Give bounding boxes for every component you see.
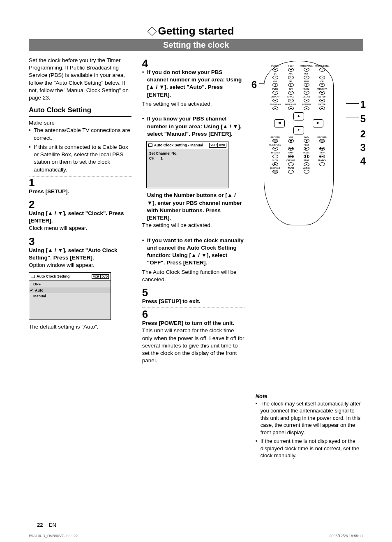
auto-clock-heading: Auto Clock Setting: [29, 106, 131, 117]
step4-b3-bold: If you want to set the clock manually an…: [147, 237, 244, 266]
stop-button[interactable]: ■: [304, 162, 309, 166]
menulist-button[interactable]: [288, 107, 294, 110]
banner-deco-right: [240, 28, 363, 35]
step4-bullet-3: If you want to set the clock manually an…: [142, 237, 245, 267]
step4-b3-text: The Auto Clock Setting function will be …: [142, 269, 245, 283]
step6-bold: Press [POWER] to turn off the unit.: [142, 320, 245, 327]
callout-line: [339, 133, 359, 133]
step4-bullet-1: If you do not know your PBS channel numb…: [142, 69, 245, 99]
setup-button[interactable]: [319, 99, 325, 102]
osd-tag-vcr: VCR: [209, 143, 218, 147]
page-footer: 22 EN: [37, 522, 56, 528]
search-button[interactable]: [319, 162, 325, 166]
remote-label: PLAY: [299, 144, 314, 146]
rew-button[interactable]: ◀◀: [288, 147, 294, 151]
column-2: 4 If you do not know your PBS channel nu…: [142, 57, 245, 461]
print-footer: E9A10UD_DVR90VG.indd 22 2005/12/26 18:55…: [29, 534, 363, 538]
step3-text: Option window will appear.: [29, 262, 131, 269]
power-button[interactable]: [272, 68, 278, 72]
note-item: If the current time is not displayed or …: [256, 438, 363, 459]
remote-label: CM SKIP: [283, 159, 298, 162]
return-button[interactable]: [304, 107, 309, 110]
remote-label: WXYZ: [299, 88, 314, 90]
zoom-button[interactable]: [288, 170, 294, 174]
osd-row-auto: Auto: [29, 287, 111, 293]
cmskip-button[interactable]: [288, 162, 294, 166]
osd-line2: CH 1: [149, 156, 226, 161]
num-4-button[interactable]: 4: [272, 83, 278, 87]
makesure-list: The antenna/Cable TV connections are cor…: [29, 127, 131, 173]
callout-6: 6: [251, 78, 257, 91]
osd-row-off: OFF: [29, 281, 111, 287]
num-0-button[interactable]: 0: [288, 99, 294, 102]
skip-fwd-button[interactable]: ▶▶|: [319, 155, 325, 158]
topmenu-button[interactable]: [272, 107, 278, 110]
num-5-button[interactable]: 5: [288, 83, 294, 87]
step4-list: If you want to set the clock manually an…: [142, 237, 245, 267]
osd-auto-clock: Auto Clock Setting VCR DVD OFF Auto Manu…: [29, 272, 111, 320]
banner-deco-left: [29, 28, 152, 35]
remote-label: MENU/LIST: [283, 103, 298, 106]
title-banner: Getting started: [29, 25, 363, 37]
callout-1: 1: [360, 98, 366, 111]
separator: [29, 198, 131, 198]
num-9-button[interactable]: 9: [304, 91, 309, 95]
osd-ch-value: 1: [161, 156, 163, 160]
audio-button[interactable]: [304, 170, 309, 174]
slow-button[interactable]: |▶: [272, 162, 278, 166]
remote-label: RETURN: [299, 103, 314, 106]
ch-down-button[interactable]: ▼: [319, 83, 325, 87]
display-button[interactable]: [272, 99, 278, 102]
clear-button[interactable]: [304, 99, 309, 102]
nav-left-button[interactable]: ◀: [274, 119, 285, 127]
remote-label: @!.: [267, 72, 282, 75]
recotr-dvd-button[interactable]: [319, 139, 325, 143]
videotv-button[interactable]: [319, 91, 325, 95]
ff-button[interactable]: ▶▶: [319, 147, 325, 151]
num-2-button[interactable]: 2: [288, 76, 294, 79]
dubbing-button[interactable]: [272, 170, 278, 174]
remote-label: MNO: [299, 80, 314, 83]
play-button[interactable]: ▶: [304, 147, 309, 151]
num-8-button[interactable]: 8: [288, 91, 294, 95]
step-number: 5: [142, 287, 245, 298]
num-1-button[interactable]: 1: [272, 76, 278, 79]
remote-label: PQRS: [267, 88, 282, 90]
speed-button[interactable]: [272, 155, 278, 158]
num-6-button[interactable]: 6: [304, 83, 309, 87]
osd-title-text: Auto Clock Setting - Manual: [154, 143, 203, 148]
nav-up-button[interactable]: ▲: [293, 112, 304, 120]
vcr-button[interactable]: [288, 139, 294, 143]
pause-button[interactable]: ❚❚: [304, 155, 309, 158]
makesure-item: The antenna/Cable TV connections are cor…: [29, 127, 131, 141]
num-3-button[interactable]: 3: [304, 76, 309, 79]
nav-down-button[interactable]: ▼: [293, 126, 304, 134]
dvd-button[interactable]: [304, 139, 309, 143]
column-3: 6 1 5 2 3 4 POWER T-SET TIMER P: [256, 57, 363, 461]
makesure-label: Make sure: [29, 119, 131, 127]
remote-label: REC SPEED: [267, 144, 282, 146]
separator: [142, 57, 245, 57]
remote-label: SEARCH: [314, 159, 329, 162]
remote-body: POWER T-SET TIMER PROG. OPEN/CLOSE▲ @!.1…: [264, 61, 334, 225]
step-number: 4: [142, 58, 245, 69]
recotr-vcr-button[interactable]: [272, 139, 278, 143]
makesure-item: If this unit is connected to a Cable Box…: [29, 144, 131, 174]
ch-up-button[interactable]: ▲: [319, 76, 325, 79]
remote-label: PAUSE: [299, 151, 314, 154]
enter-button[interactable]: [319, 107, 325, 110]
recspeed-button[interactable]: [272, 147, 278, 151]
print-timestamp: 2005/12/26 18:55:11: [329, 534, 363, 538]
remote-label: DUBBING: [267, 167, 282, 170]
skip-back-button[interactable]: |◀◀: [288, 155, 294, 158]
nav-right-button[interactable]: ▶: [313, 119, 323, 127]
note-title: Note: [256, 393, 363, 400]
tset-button[interactable]: [288, 68, 294, 72]
remote-label: TOP MENU: [267, 103, 282, 106]
num-7-button[interactable]: 7: [272, 91, 278, 95]
step4-b1-text: The setting will be activated.: [142, 100, 245, 108]
step-number: 1: [29, 177, 131, 188]
openclose-button[interactable]: ▲: [319, 68, 325, 72]
timerprog-button[interactable]: [304, 68, 309, 72]
osd-tag-dvd: DVD: [218, 143, 226, 147]
